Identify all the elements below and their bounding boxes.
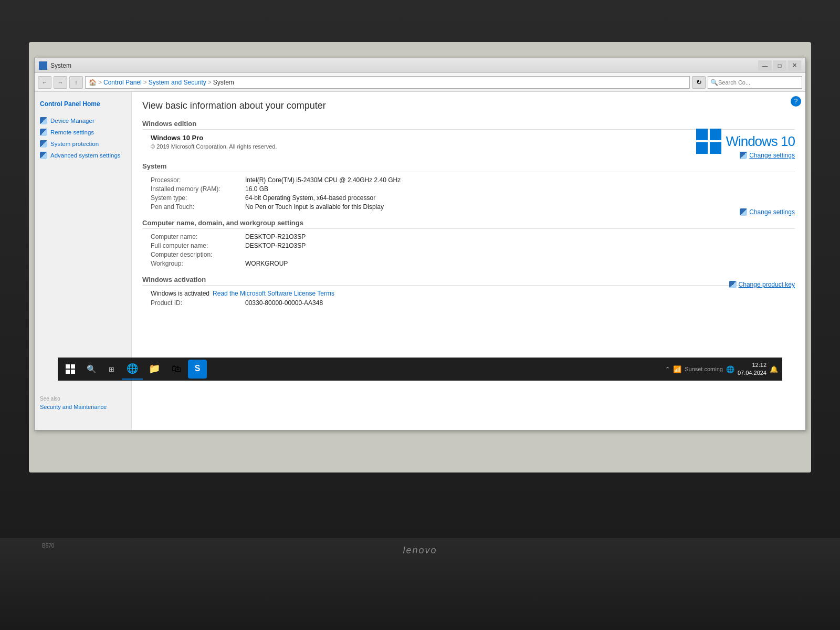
title-bar: System — □ ✕ <box>35 58 805 73</box>
computer-name-row: Computer name: DESKTOP-R21O3SP <box>151 233 795 240</box>
sidebar-item-device-manager[interactable]: Device Manager <box>35 115 131 127</box>
address-bar: ← → ↑ 🏠 > Control Panel > System and Sec… <box>35 73 805 92</box>
close-button[interactable]: ✕ <box>788 60 801 71</box>
sidebar-home[interactable]: Control Panel Home <box>35 97 131 111</box>
shield-icon <box>40 117 47 124</box>
notification-bell-icon[interactable]: 🔔 <box>770 365 778 373</box>
workgroup-key: Workgroup: <box>151 260 245 267</box>
forward-button[interactable]: → <box>54 76 67 89</box>
search-icon: 🔍 <box>710 79 718 86</box>
clock[interactable]: 12:12 07.04.2024 <box>738 361 766 377</box>
license-terms-link[interactable]: Read the Microsoft Software License Term… <box>213 290 334 297</box>
edge-icon: 🌐 <box>127 363 138 374</box>
clock-date: 07.04.2024 <box>738 369 766 377</box>
windows-copyright: © 2019 Microsoft Corporation. All rights… <box>151 143 277 150</box>
chevron-up-icon[interactable]: ⌃ <box>665 366 670 373</box>
product-id-key: Product ID: <box>151 299 245 307</box>
laptop-bottom: lenovo <box>0 538 840 630</box>
windows-edition-value: Windows 10 Pro <box>151 134 277 142</box>
processor-row: Processor: Intel(R) Core(TM) i5-2430M CP… <box>151 176 795 184</box>
sidebar-item-system-protection[interactable]: System protection <box>35 138 131 150</box>
security-maintenance-link[interactable]: Security and Maintenance <box>40 404 107 410</box>
window-title: System <box>50 62 758 69</box>
ram-value: 16.0 GB <box>245 185 268 193</box>
windows-logo-text: Windows 10 <box>726 133 795 150</box>
sidebar-item-label: Remote settings <box>50 129 94 135</box>
activation-status-row: Windows is activated Read the Microsoft … <box>151 290 795 297</box>
computer-name-value: DESKTOP-R21O3SP <box>245 233 306 240</box>
notification-text: Sunset coming <box>685 366 723 372</box>
maximize-button[interactable]: □ <box>773 60 786 71</box>
taskbar-app-store[interactable]: 🛍 <box>166 359 187 380</box>
skype-icon: S <box>195 364 201 373</box>
shield-icon <box>740 208 747 216</box>
computer-desc-row: Computer description: <box>151 251 795 258</box>
screen-area: System — □ ✕ ← → ↑ 🏠 > Control Panel > S… <box>29 42 811 472</box>
task-view-button[interactable]: ⊞ <box>102 360 121 379</box>
windows-logo-grid <box>696 129 721 154</box>
computer-name-key: Computer name: <box>151 233 245 240</box>
globe-icon: 🌐 <box>726 365 734 373</box>
product-id-value: 00330-80000-00000-AA348 <box>245 299 323 307</box>
taskbar-app-skype[interactable]: S <box>188 360 207 379</box>
workgroup-row: Workgroup: WORKGROUP <box>151 260 795 267</box>
breadcrumb-system: System <box>213 79 234 86</box>
activation-heading: Windows activation <box>142 276 795 286</box>
taskbar-search-button[interactable]: 🔍 <box>82 360 101 379</box>
system-heading: System <box>142 162 795 172</box>
page-title: View basic information about your comput… <box>142 100 795 111</box>
search-bar: 🔍 <box>708 76 802 89</box>
processor-value: Intel(R) Core(TM) i5-2430M CPU @ 2.40GHz… <box>245 176 401 184</box>
shield-icon <box>40 129 47 136</box>
computer-desc-key: Computer description: <box>151 251 245 258</box>
taskbar-app-edge[interactable]: 🌐 <box>122 359 143 380</box>
pen-touch-row: Pen and Touch: No Pen or Touch Input is … <box>151 203 795 211</box>
sidebar-item-label: Advanced system settings <box>50 152 121 159</box>
notification-area: ⌃ 📶 Sunset coming 🌐 12:12 07.04.2024 🔔 <box>665 361 780 377</box>
windows-logo: Windows 10 <box>696 129 795 154</box>
system-type-key: System type: <box>151 194 245 202</box>
search-icon: 🔍 <box>87 364 97 374</box>
workgroup-value: WORKGROUP <box>245 260 288 267</box>
change-product-key-anchor[interactable]: Change product key <box>729 281 795 288</box>
see-also-label: See also <box>40 396 107 402</box>
taskbar: 🔍 ⊞ 🌐 📁 🛍 S <box>58 358 782 381</box>
product-id-row: Product ID: 00330-80000-00000-AA348 <box>151 299 795 307</box>
computer-name-heading: Computer name, domain, and workgroup set… <box>142 219 795 229</box>
up-button[interactable]: ↑ <box>69 76 83 89</box>
computer-name-section: Computer name, domain, and workgroup set… <box>142 219 795 267</box>
window-icon <box>39 61 47 70</box>
pen-touch-value: No Pen or Touch Input is available for t… <box>245 203 384 211</box>
shield-icon <box>40 152 47 159</box>
breadcrumb-system-security[interactable]: System and Security <box>149 79 206 86</box>
clock-time: 12:12 <box>738 361 766 369</box>
home-icon: 🏠 <box>89 79 97 86</box>
refresh-button[interactable]: ↻ <box>692 76 706 89</box>
breadcrumb-control-panel[interactable]: Control Panel <box>103 79 142 86</box>
start-icon <box>66 364 75 374</box>
minimize-button[interactable]: — <box>758 60 772 71</box>
windows-edition-content: Windows 10 Pro © 2019 Microsoft Corporat… <box>142 134 795 154</box>
start-button[interactable] <box>60 359 81 380</box>
activation-content: Windows is activated Read the Microsoft … <box>142 290 795 307</box>
help-button[interactable]: ? <box>791 96 801 107</box>
search-input[interactable] <box>718 79 800 86</box>
task-view-icon: ⊞ <box>109 365 114 373</box>
network-icon: 📶 <box>673 365 681 373</box>
ram-row: Installed memory (RAM): 16.0 GB <box>151 185 795 193</box>
windows-edition-section: Windows edition Windows 10 Pro © 2019 Mi… <box>142 120 795 154</box>
sidebar-item-advanced-settings[interactable]: Advanced system settings <box>35 150 131 161</box>
change-settings-anchor[interactable]: Change settings <box>740 152 795 159</box>
sidebar-item-label: Device Manager <box>50 118 94 124</box>
system-content: Processor: Intel(R) Core(TM) i5-2430M CP… <box>142 176 795 211</box>
taskbar-app-file-explorer[interactable]: 📁 <box>144 359 165 380</box>
sidebar-item-label: System protection <box>50 141 99 147</box>
brand-label: lenovo <box>403 545 437 556</box>
ram-key: Installed memory (RAM): <box>151 185 245 193</box>
win-quad-bl <box>696 142 708 154</box>
change-computer-settings-anchor[interactable]: Change settings <box>740 208 795 216</box>
sidebar-item-remote-settings[interactable]: Remote settings <box>35 127 131 138</box>
store-icon: 🛍 <box>172 363 181 374</box>
activation-status: Windows is activated <box>151 290 209 297</box>
back-button[interactable]: ← <box>38 76 51 89</box>
